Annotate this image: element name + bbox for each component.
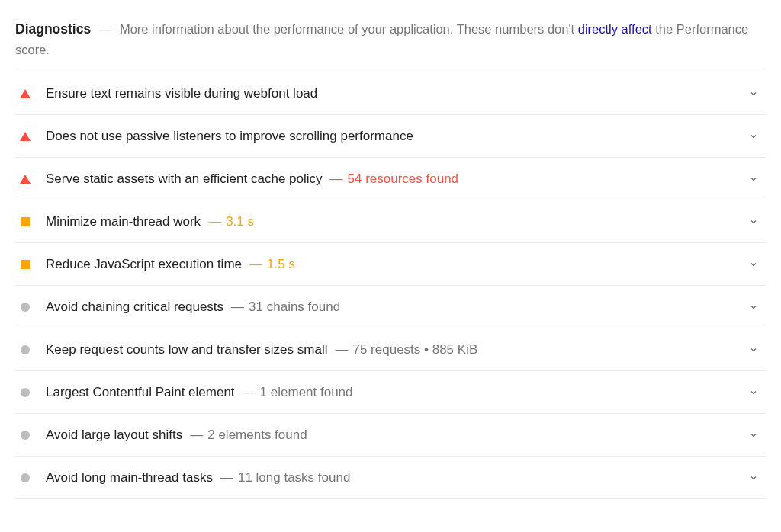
- audit-title: Largest Contentful Paint element: [46, 385, 235, 400]
- diagnostics-description-before: More information about the performance o…: [120, 22, 578, 36]
- chevron-down-icon: [746, 214, 761, 229]
- chevron-down-icon: [746, 86, 761, 101]
- audit-title: Reduce JavaScript execution time: [46, 257, 242, 272]
- diagnostics-title: Diagnostics: [15, 21, 91, 37]
- square-average-icon: [21, 260, 30, 269]
- audit-title: Does not use passive listeners to improv…: [46, 129, 413, 144]
- dash-separator: —: [99, 22, 115, 36]
- diagnostics-header: Diagnostics — More information about the…: [15, 18, 766, 59]
- audit-item[interactable]: Serve static assets with an efficient ca…: [15, 158, 766, 200]
- triangle-fail-icon: [20, 132, 31, 141]
- audit-title: Keep request counts low and transfer siz…: [46, 342, 327, 357]
- audit-detail: —1.5 s: [249, 257, 295, 272]
- audit-detail: —54 resources found: [330, 171, 459, 187]
- chevron-down-icon: [746, 129, 761, 144]
- chevron-down-icon: [746, 470, 761, 486]
- circle-info-icon: [21, 473, 30, 482]
- triangle-fail-icon: [20, 89, 31, 98]
- chevron-down-icon: [746, 385, 761, 400]
- audit-item[interactable]: Reduce JavaScript execution time—1.5 s: [15, 243, 766, 286]
- directly-affect-link[interactable]: directly affect: [578, 22, 652, 36]
- circle-info-icon: [21, 345, 30, 354]
- circle-info-icon: [21, 303, 30, 312]
- audit-detail: —3.1 s: [208, 214, 254, 229]
- audit-detail: —11 long tasks found: [220, 470, 350, 486]
- audit-title: Avoid chaining critical requests: [46, 300, 223, 315]
- chevron-down-icon: [746, 428, 761, 443]
- audit-title: Serve static assets with an efficient ca…: [46, 171, 323, 187]
- audit-item[interactable]: Does not use passive listeners to improv…: [15, 115, 766, 158]
- audit-item[interactable]: Largest Contentful Paint element—1 eleme…: [15, 371, 766, 414]
- audit-detail: —1 element found: [243, 385, 353, 400]
- audit-item[interactable]: Avoid long main-thread tasks—11 long tas…: [15, 457, 766, 499]
- chevron-down-icon: [746, 342, 761, 357]
- audit-item[interactable]: Minimize main-thread work—3.1 s: [15, 200, 766, 243]
- chevron-down-icon: [746, 171, 761, 187]
- audit-detail: —2 elements found: [190, 428, 307, 443]
- audit-detail: —75 requests • 885 KiB: [335, 342, 477, 357]
- audit-item[interactable]: Ensure text remains visible during webfo…: [15, 72, 766, 115]
- chevron-down-icon: [746, 257, 761, 272]
- audit-item[interactable]: Avoid chaining critical requests—31 chai…: [15, 286, 766, 328]
- chevron-down-icon: [746, 300, 761, 315]
- circle-info-icon: [21, 431, 30, 440]
- audit-item[interactable]: Avoid large layout shifts—2 elements fou…: [15, 414, 766, 457]
- audit-list: Ensure text remains visible during webfo…: [15, 72, 766, 499]
- circle-info-icon: [21, 388, 30, 397]
- audit-detail: —31 chains found: [231, 300, 340, 315]
- triangle-fail-icon: [20, 175, 31, 184]
- audit-title: Avoid long main-thread tasks: [46, 470, 213, 486]
- audit-item[interactable]: Keep request counts low and transfer siz…: [15, 328, 766, 371]
- audit-title: Ensure text remains visible during webfo…: [46, 86, 317, 101]
- audit-title: Minimize main-thread work: [46, 214, 201, 229]
- audit-title: Avoid large layout shifts: [46, 428, 182, 443]
- square-average-icon: [21, 217, 30, 226]
